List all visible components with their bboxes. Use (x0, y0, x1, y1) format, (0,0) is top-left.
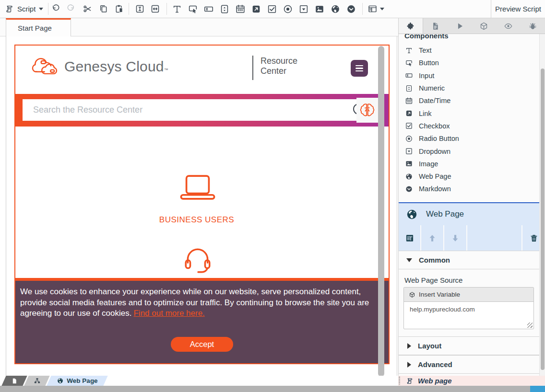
toolbar-separator (129, 3, 129, 15)
insert-numeric-button[interactable] (218, 0, 231, 18)
dropdown-icon (405, 147, 413, 155)
insert-markdown-button[interactable] (345, 0, 357, 18)
insert-image-button[interactable] (313, 0, 326, 18)
paste-button[interactable] (113, 0, 125, 18)
tab-variables[interactable] (472, 18, 497, 34)
component-item-text[interactable]: Text (399, 44, 545, 57)
tab-actions[interactable] (448, 18, 472, 34)
component-item-datetime[interactable]: Date/Time (399, 94, 545, 107)
preview-script-button[interactable]: Preview Script (491, 0, 545, 18)
main-toolbar: Script Preview Script (0, 0, 545, 18)
header-divider (252, 56, 253, 80)
insert-button-button[interactable] (187, 0, 199, 18)
cut-button[interactable] (81, 0, 94, 18)
component-item-markdown[interactable]: Markdown (399, 183, 545, 195)
breadcrumb-page[interactable] (4, 376, 25, 386)
image-icon (314, 4, 325, 14)
component-item-button[interactable]: Button (399, 57, 545, 69)
form-grid-icon (405, 233, 415, 243)
horizontal-container-button[interactable] (149, 0, 161, 18)
insert-input-button[interactable] (202, 0, 215, 18)
selected-component-bar: Web page (398, 376, 545, 386)
script-menu-button[interactable]: Script (4, 0, 46, 18)
insert-text-button[interactable] (171, 0, 183, 18)
drag-handle-icon[interactable] (399, 377, 400, 385)
toolbar-separator (166, 3, 167, 15)
component-item-numeric[interactable]: Numeric (399, 82, 545, 94)
search-input[interactable] (23, 99, 365, 121)
hamburger-menu-button[interactable] (351, 60, 368, 77)
cube-icon (479, 22, 488, 31)
script-icon (406, 377, 414, 385)
insert-datetime-button[interactable] (234, 0, 247, 18)
tab-pages[interactable] (423, 18, 448, 34)
web-page-source-editor: Insert Variable help.mypurecloud.com (403, 287, 534, 329)
tab-visibility[interactable] (496, 18, 521, 34)
web-page-source-input[interactable]: help.mypurecloud.com (404, 302, 533, 329)
horizontal-scrollbar[interactable] (0, 386, 545, 392)
copy-button[interactable] (97, 0, 109, 18)
globe-icon (57, 377, 64, 384)
move-down-button[interactable] (444, 225, 467, 251)
globe-icon (330, 4, 341, 14)
component-item-input[interactable]: Input (399, 69, 545, 82)
insert-dropdown-button[interactable] (297, 0, 310, 18)
cookie-more-link[interactable]: Find out more here. (133, 309, 204, 318)
accept-cookies-button[interactable]: Accept (171, 337, 233, 352)
sidebar-scrollbar-thumb[interactable] (541, 69, 545, 370)
calendar-icon (405, 97, 413, 105)
numeric-icon (219, 4, 230, 14)
insert-link-button[interactable] (250, 0, 262, 18)
script-page[interactable]: Genesys Cloud™ Resource Center (6, 36, 397, 376)
vertical-container-button[interactable] (133, 0, 146, 18)
redo-button[interactable] (65, 0, 77, 18)
component-item-image[interactable]: Image (399, 158, 545, 170)
insert-web-page-button[interactable] (329, 0, 342, 18)
preview-scrollbar[interactable] (378, 46, 384, 377)
layout-grid-menu-button[interactable] (366, 0, 386, 18)
component-actions-toolbar (399, 225, 545, 251)
chevron-down-icon (39, 8, 43, 11)
section-common[interactable]: Common (399, 251, 545, 269)
breadcrumb-container[interactable] (26, 376, 47, 386)
component-item-radio-button[interactable]: Radio Button (399, 132, 545, 145)
sidebar-scrollbar[interactable] (539, 34, 545, 376)
component-item-dropdown[interactable]: Dropdown (399, 145, 545, 157)
variable-cube-icon (409, 291, 415, 298)
webpage-component-selected[interactable]: Genesys Cloud™ Resource Center (14, 45, 390, 364)
checkbox-icon (405, 122, 413, 130)
form-grid-button[interactable] (399, 225, 421, 251)
breadcrumb-web-page[interactable]: Web Page (49, 376, 106, 386)
redo-icon (66, 4, 76, 14)
tab-debug[interactable] (521, 18, 545, 34)
insert-variable-button[interactable]: Insert Variable (404, 288, 533, 302)
component-item-checkbox[interactable]: Checkbox (399, 120, 545, 132)
resize-handle-icon[interactable] (527, 323, 533, 328)
document-icon (11, 378, 18, 384)
horizontal-scrollbar-thumb[interactable] (530, 386, 545, 392)
script-icon (5, 4, 14, 13)
arrow-up-icon (427, 233, 437, 243)
undo-button[interactable] (49, 0, 61, 18)
hamburger-icon (355, 65, 363, 67)
ai-assistant-button[interactable] (356, 98, 378, 123)
resource-center-content: BUSINESS USERS (15, 127, 378, 278)
tab-start-page[interactable]: Start Page (6, 18, 71, 36)
dropdown-icon (298, 4, 309, 14)
chevron-right-icon (407, 362, 411, 368)
paste-icon (114, 4, 124, 14)
cookie-banner: We use cookies to enhance your experienc… (15, 278, 389, 363)
toolbar-separator (362, 3, 363, 15)
move-up-button[interactable] (421, 225, 444, 251)
page-tab-strip: Start Page (0, 18, 398, 36)
undo-icon (50, 4, 60, 14)
component-item-link[interactable]: Link (399, 107, 545, 119)
insert-radio-button-button[interactable] (282, 0, 294, 18)
chevron-right-icon (407, 343, 411, 349)
section-layout[interactable]: Layout (399, 336, 545, 355)
insert-checkbox-button[interactable] (266, 0, 278, 18)
tab-components[interactable] (399, 18, 423, 34)
component-item-web-page[interactable]: Web Page (399, 170, 545, 183)
business-users-label[interactable]: BUSINESS USERS (15, 215, 378, 225)
section-advanced[interactable]: Advanced (399, 355, 545, 374)
